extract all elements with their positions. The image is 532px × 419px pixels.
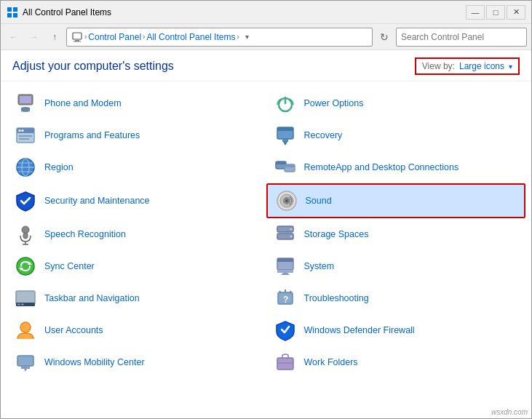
region-label[interactable]: Region: [44, 161, 74, 173]
taskbar-navigation-label[interactable]: Taskbar and Navigation: [44, 292, 140, 304]
close-button[interactable]: ✕: [507, 5, 525, 20]
search-input[interactable]: [396, 28, 527, 47]
work-folders-label[interactable]: Work Folders: [304, 356, 358, 368]
view-by-value: Large icons: [459, 61, 504, 71]
svg-rect-2: [7, 13, 12, 17]
sync-center-label[interactable]: Sync Center: [44, 260, 95, 272]
computer-icon: [71, 31, 83, 43]
window-icon: [7, 7, 18, 18]
control-item-sync-center[interactable]: Sync Center: [7, 250, 266, 282]
system-icon: [274, 255, 297, 278]
svg-rect-48: [16, 291, 35, 304]
control-item-power-options[interactable]: Power Options: [266, 87, 526, 119]
phone-modem-icon: [14, 92, 37, 115]
troubleshooting-label[interactable]: Troubleshooting: [304, 292, 369, 304]
svg-point-39: [290, 228, 292, 231]
breadcrumb-sep-1: ›: [84, 33, 87, 41]
windows-defender-label[interactable]: Windows Defender Firewall: [304, 324, 415, 336]
remoteapp-label[interactable]: RemoteApp and Desktop Connections: [304, 161, 459, 173]
control-item-region[interactable]: Region: [7, 151, 266, 183]
windows-mobility-label[interactable]: Windows Mobility Center: [44, 356, 145, 368]
forward-button[interactable]: →: [25, 28, 43, 46]
svg-rect-34: [23, 233, 28, 239]
user-accounts-label[interactable]: User Accounts: [44, 324, 103, 336]
svg-marker-46: [281, 273, 290, 275]
breadcrumb-all-items[interactable]: All Control Panel Items: [146, 32, 235, 42]
security-maintenance-label[interactable]: Security and Maintenance: [44, 195, 150, 207]
breadcrumb-sep-2: ›: [143, 33, 145, 41]
breadcrumb-dropdown[interactable]: ▾: [241, 30, 254, 44]
page-title: Adjust your computer's settings: [12, 60, 174, 73]
window-controls: — □ ✕: [466, 5, 525, 20]
control-item-recovery[interactable]: Recovery: [266, 119, 526, 151]
windows-mobility-icon: [14, 351, 37, 374]
storage-spaces-label[interactable]: Storage Spaces: [304, 228, 369, 240]
svg-point-57: [20, 322, 31, 332]
refresh-button[interactable]: ↻: [376, 28, 393, 46]
svg-rect-58: [17, 356, 33, 366]
main-window: All Control Panel Items — □ ✕ ← → ↑ › Co…: [0, 0, 532, 419]
svg-rect-15: [19, 138, 29, 140]
control-item-work-folders[interactable]: Work Folders: [266, 346, 526, 378]
control-item-taskbar-navigation[interactable]: Taskbar and Navigation: [7, 282, 266, 314]
maximize-button[interactable]: □: [486, 5, 505, 20]
control-item-security-maintenance[interactable]: Security and Maintenance: [7, 183, 266, 218]
svg-rect-51: [21, 304, 24, 306]
view-by-selector[interactable]: View by: Large icons ▾: [415, 57, 520, 75]
svg-rect-4: [73, 33, 82, 39]
content-area: Adjust your computer's settings View by:…: [1, 50, 531, 418]
svg-point-40: [290, 236, 292, 238]
svg-rect-50: [17, 304, 20, 306]
window-title: All Control Panel Items: [23, 7, 466, 17]
control-item-user-accounts[interactable]: User Accounts: [7, 314, 266, 346]
control-item-windows-mobility[interactable]: Windows Mobility Center: [7, 346, 266, 378]
system-label[interactable]: System: [304, 260, 335, 272]
sound-label[interactable]: Sound: [306, 195, 332, 207]
windows-defender-icon: [274, 319, 297, 342]
svg-point-12: [19, 129, 21, 132]
control-item-system[interactable]: System: [266, 250, 526, 282]
up-button[interactable]: ↑: [46, 28, 63, 46]
svg-rect-3: [13, 13, 17, 17]
svg-rect-45: [277, 258, 293, 262]
breadcrumb-sep-3: ›: [237, 33, 239, 41]
control-item-troubleshooting[interactable]: ?Troubleshooting: [266, 282, 526, 314]
control-item-programs-features[interactable]: Programs and Features: [7, 119, 266, 151]
remoteapp-icon: [274, 156, 297, 179]
control-item-windows-defender[interactable]: Windows Defender Firewall: [266, 314, 526, 346]
svg-rect-47: [277, 270, 293, 273]
programs-features-icon: [14, 124, 37, 147]
user-accounts-icon: [14, 319, 37, 342]
control-item-speech-recognition[interactable]: Speech Recognition: [7, 218, 266, 250]
back-button[interactable]: ←: [5, 28, 23, 46]
breadcrumb-control-panel[interactable]: Control Panel: [88, 32, 141, 42]
phone-modem-label[interactable]: Phone and Modem: [44, 97, 122, 109]
recovery-label[interactable]: Recovery: [304, 129, 343, 141]
chevron-down-icon: ▾: [509, 63, 512, 71]
control-item-storage-spaces[interactable]: Storage Spaces: [266, 218, 526, 250]
recovery-icon: [274, 124, 297, 147]
power-options-label[interactable]: Power Options: [304, 97, 364, 109]
region-icon: [14, 156, 37, 179]
svg-rect-19: [282, 139, 288, 142]
svg-rect-14: [19, 135, 32, 137]
work-folders-icon: [274, 351, 297, 374]
watermark: wsxdn.com: [491, 408, 528, 416]
programs-features-label[interactable]: Programs and Features: [44, 129, 140, 141]
control-item-phone-modem[interactable]: Phone and Modem: [7, 87, 266, 119]
svg-marker-59: [24, 369, 27, 372]
svg-point-13: [22, 129, 24, 132]
minimize-button[interactable]: —: [466, 5, 485, 20]
svg-point-32: [285, 199, 288, 202]
svg-rect-17: [277, 127, 293, 131]
content-header: Adjust your computer's settings View by:…: [1, 50, 531, 81]
svg-rect-61: [277, 358, 293, 370]
control-item-remoteapp[interactable]: RemoteApp and Desktop Connections: [266, 151, 526, 183]
svg-rect-0: [7, 7, 12, 12]
title-bar: All Control Panel Items — □ ✕: [1, 1, 531, 24]
speech-recognition-label[interactable]: Speech Recognition: [44, 228, 126, 240]
breadcrumb: › Control Panel › All Control Panel Item…: [66, 28, 373, 47]
svg-rect-26: [276, 161, 286, 164]
control-item-sound[interactable]: Sound: [266, 183, 526, 218]
power-options-icon: [274, 92, 297, 115]
